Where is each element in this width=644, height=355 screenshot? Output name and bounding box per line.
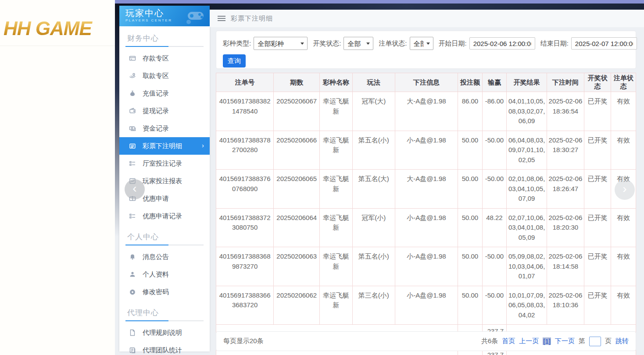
sidebar-item-funds-records[interactable]: 资金记录 xyxy=(119,120,210,137)
first-page-link[interactable]: 首页 xyxy=(502,337,515,345)
money-bag-icon xyxy=(129,90,136,97)
column-header: 玩法 xyxy=(352,73,395,92)
sidebar-item-agent-rules[interactable]: 代理规则说明 xyxy=(119,324,210,341)
cell: 20250206064 xyxy=(274,208,320,247)
topbar: 彩票下注明细 xyxy=(210,10,644,27)
cell: 已开奖 xyxy=(584,286,611,325)
sidebar-item-label: 厅室投注记录 xyxy=(143,160,182,168)
section-title-personal: 个人中心 xyxy=(127,232,204,242)
cell: 幸运飞艇新 xyxy=(320,247,353,286)
cell: 第五名(大) xyxy=(352,170,395,209)
cell: 第五名(小) xyxy=(352,247,395,286)
menu-icon[interactable] xyxy=(218,14,225,22)
column-header: 彩种名称 xyxy=(320,73,353,92)
next-page-link[interactable]: 下一页 xyxy=(555,337,575,345)
sidebar-item-label: 充值记录 xyxy=(143,89,169,98)
column-header: 开奖结果 xyxy=(507,73,547,92)
cell: -50.00 xyxy=(482,247,507,286)
cell: 已开奖 xyxy=(584,170,611,209)
cell: 20250206065 xyxy=(274,170,320,209)
cell: 小-A盘@1.98 xyxy=(395,247,458,286)
table-row: 40156917388382147854020250206067 幸运飞艇新冠军… xyxy=(216,92,636,131)
current-page-indicator[interactable]: [1] xyxy=(543,337,551,345)
sidebar-item-withdrawal-records[interactable]: 提现记录 xyxy=(119,102,210,120)
carousel-prev-button[interactable]: ‹ xyxy=(125,179,145,199)
cell: 有效 xyxy=(611,247,636,286)
order-status-select[interactable]: 全部 xyxy=(410,37,433,50)
player-center-app: 玩家中心 PLAYERS CENTER 财务中心 存款专区 取款专区 xyxy=(115,0,644,355)
cell: 401569173883723080750 xyxy=(216,208,274,247)
cell: 401569173883760768090 xyxy=(216,170,274,209)
cell: 10,01,07,09,06,05,08,03,04,02 xyxy=(507,286,547,325)
sidebar-item-lottery-bet-details[interactable]: 彩票下注明细 › xyxy=(119,137,210,155)
jump-button[interactable]: 跳转 xyxy=(615,337,629,345)
sidebar-item-announcements[interactable]: 消息公告 xyxy=(119,248,210,266)
column-header: 下注时间 xyxy=(547,73,584,92)
column-header: 开奖状态 xyxy=(584,73,611,92)
lottery-type-select-wrap: 全部彩种 xyxy=(254,37,308,50)
end-date-input[interactable] xyxy=(571,37,637,50)
sidebar-item-label: 代理团队统计 xyxy=(143,346,182,355)
cell: 50.00 xyxy=(458,170,483,209)
cell: 大-A盘@1.98 xyxy=(395,92,458,131)
cell: 50.00 xyxy=(458,247,483,286)
sidebar-item-label: 存款专区 xyxy=(143,54,169,63)
sidebar-item-profile[interactable]: 个人资料 xyxy=(119,266,210,283)
sidebar-item-label: 个人资料 xyxy=(143,270,169,279)
carousel-next-button[interactable]: › xyxy=(615,180,635,200)
draw-status-select[interactable]: 全部 xyxy=(343,37,373,50)
sidebar-header: 玩家中心 PLAYERS CENTER xyxy=(119,6,210,26)
end-date-label: 结束日期: xyxy=(540,39,569,48)
wallet-icon xyxy=(129,107,136,114)
sidebar-item-hall-bet-records[interactable]: 厅室投注记录 xyxy=(119,155,210,172)
logo: HH GAME xyxy=(4,18,115,39)
sidebar-item-change-password[interactable]: 修改密码 xyxy=(119,283,210,301)
section-divider xyxy=(125,320,204,321)
sidebar-item-label: 彩票下注明细 xyxy=(143,142,182,150)
start-date-label: 开始日期: xyxy=(439,39,467,48)
bet-list-icon xyxy=(129,142,136,149)
search-button[interactable]: 查询 xyxy=(223,54,246,67)
draw-status-select-wrap: 全部 xyxy=(343,37,373,50)
jump-suffix-label: 页 xyxy=(605,337,612,345)
column-header: 期数 xyxy=(274,73,320,92)
cell: 已开奖 xyxy=(584,92,611,131)
table-row: 40156917388366368372020250206062 幸运飞艇新第三… xyxy=(216,286,636,325)
cell: 幸运飞艇新 xyxy=(320,92,353,131)
sidebar-item-withdraw-zone[interactable]: 取款专区 xyxy=(119,67,210,85)
sidebar-item-deposit-zone[interactable]: 存款专区 xyxy=(119,50,210,67)
start-date-input[interactable] xyxy=(469,37,535,50)
total-count-label: 共6条 xyxy=(481,337,498,345)
pagination-bar: 每页显示20条 共6条 首页 上一页 [1] 下一页 第 页 跳转 xyxy=(216,331,636,351)
lottery-type-select[interactable]: 全部彩种 xyxy=(254,37,308,50)
sidebar-item-recharge-records[interactable]: 充值记录 xyxy=(119,85,210,102)
section-divider xyxy=(125,46,204,47)
sidebar-item-agent-team-stats[interactable]: 代理团队统计 xyxy=(119,341,210,355)
cell: 有效 xyxy=(611,286,636,325)
table-header-row: 注单号 期数 彩种名称 玩法 下注信息 投注额 输赢 开奖结果 下注时间 开奖状… xyxy=(216,73,636,92)
cell: 冠军(小) xyxy=(352,208,395,247)
gamepad-icon xyxy=(184,7,207,25)
top-accent-bar xyxy=(115,0,644,4)
page-jump-input[interactable] xyxy=(589,337,601,346)
cell: 2025-02-06 18:10:36 xyxy=(547,286,584,325)
cell: 04,01,10,05,08,03,02,07,06,09 xyxy=(507,92,547,131)
cell: 05,09,08,02,10,03,04,06,01,07 xyxy=(507,247,547,286)
jump-prefix-label: 第 xyxy=(579,337,585,345)
cell: 401569173883782700280 xyxy=(216,131,274,170)
cell: 50.00 xyxy=(458,208,483,247)
cell: 20250206066 xyxy=(274,131,320,170)
cell: 401569173883821478540 xyxy=(216,92,274,131)
cash-icon xyxy=(129,125,136,132)
hand-coin-icon xyxy=(129,72,136,79)
hall-record-icon xyxy=(129,160,136,167)
cell: 幸运飞艇新 xyxy=(320,286,353,325)
cell: 小-A盘@1.98 xyxy=(395,131,458,170)
document-icon xyxy=(129,329,136,336)
sidebar-item-promo-apply-records[interactable]: 优惠申请记录 xyxy=(119,207,210,225)
prev-page-link[interactable]: 上一页 xyxy=(519,337,539,345)
cell: 2025-02-06 18:30:27 xyxy=(547,131,584,170)
order-status-select-wrap: 全部 xyxy=(410,37,433,50)
cell: 已开奖 xyxy=(584,208,611,247)
cell: 20250206062 xyxy=(274,286,320,325)
